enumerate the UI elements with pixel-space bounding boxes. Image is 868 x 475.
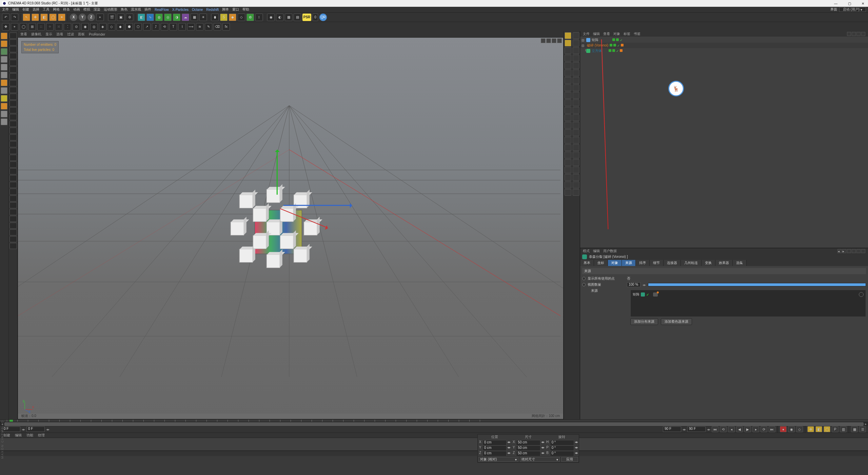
object-label[interactable]: 破碎 (Voronoi) (587, 43, 608, 48)
side-tool-icon[interactable] (573, 122, 579, 129)
side-tool-icon[interactable] (573, 152, 579, 158)
snap-icon[interactable] (9, 202, 17, 208)
snap-icon[interactable] (9, 100, 17, 107)
tool-icon[interactable]: ⌖ (11, 23, 18, 31)
plugin1-icon[interactable]: ◆ (229, 14, 236, 21)
coord-pos-field[interactable]: 0 cm (482, 451, 507, 456)
menu-item[interactable]: 运动图形 (104, 7, 117, 12)
viewport-menu-item[interactable]: 选项 (56, 32, 63, 37)
spline-button[interactable]: ∿ (146, 14, 154, 21)
menu-item[interactable]: 模拟 (83, 7, 90, 12)
menu-item[interactable]: RealFlow (155, 8, 169, 12)
coord-size-field[interactable]: 50 cm (516, 440, 540, 445)
side-tool-icon[interactable] (565, 84, 571, 91)
side-tool-icon[interactable] (565, 182, 571, 188)
record-button[interactable]: ● (780, 426, 787, 432)
tool-icon[interactable]: ⟲ (161, 23, 168, 31)
last-tool[interactable]: ✦ (58, 14, 65, 21)
tool-icon[interactable]: ◈ (99, 23, 106, 31)
snap-icon[interactable] (9, 46, 17, 52)
om-menu-item[interactable]: 文件 (583, 32, 590, 36)
plugin5-icon[interactable]: ◉ (267, 14, 275, 21)
menu-item[interactable]: 帮助 (242, 7, 249, 12)
rotate-tool[interactable]: ◯ (49, 14, 57, 21)
snap-icon[interactable] (9, 236, 17, 242)
menu-item[interactable]: 创建 (22, 7, 29, 12)
axis-y-toggle[interactable]: Y (79, 14, 86, 21)
object-label[interactable]: 立方体 (592, 49, 602, 53)
undo-button[interactable]: ↶ (2, 14, 9, 21)
snap-icon[interactable] (9, 128, 17, 134)
perspective-viewport[interactable]: Number of emitters: 0 Total live particl… (18, 37, 564, 419)
visibility-render-icon[interactable] (613, 44, 616, 46)
side-tool-icon[interactable] (565, 92, 571, 99)
object-label[interactable]: 矩阵 (592, 38, 598, 42)
side-tool-icon[interactable] (573, 62, 579, 69)
mode-icon[interactable] (1, 64, 7, 71)
side-tool-icon[interactable] (565, 114, 571, 121)
tool-icon[interactable]: T (170, 23, 177, 31)
coord-system-button[interactable]: ⌖ (96, 14, 104, 21)
viewport-menu-item[interactable]: 查看 (20, 32, 27, 37)
om-icon1[interactable] (847, 32, 851, 36)
tool-icon[interactable]: ∷ (37, 23, 45, 31)
om-menu-item[interactable]: 编辑 (593, 32, 600, 36)
axis-x-toggle[interactable]: X (70, 14, 77, 21)
coord-size-field[interactable]: 50 cm (516, 451, 540, 456)
plugin7-icon[interactable]: ▩ (285, 14, 292, 21)
tool-icon[interactable]: ⁙ (55, 23, 62, 31)
snap-icon[interactable] (9, 60, 17, 66)
tag-icon[interactable] (621, 44, 624, 46)
select-tool[interactable]: ↖ (23, 14, 30, 21)
timeline-scrollbar[interactable]: ◂ ▸ (0, 422, 868, 426)
tool-icon[interactable]: ≋ (196, 23, 203, 31)
om-menu-item[interactable]: 对象 (613, 32, 620, 36)
tool-icon[interactable]: ⬢ (125, 23, 133, 31)
menu-item[interactable]: 流水线 (131, 7, 141, 12)
coord-pos-field[interactable]: 0 cm (482, 440, 507, 445)
snap-icon[interactable] (9, 87, 17, 93)
tree-row[interactable]: ⊟ 破碎 (Voronoi) ✓ (580, 43, 868, 48)
side-tool-icon[interactable] (565, 62, 571, 69)
attribute-tab[interactable]: 对象 (608, 260, 622, 266)
tool-icon[interactable]: ⊙ (73, 23, 80, 31)
timeline-playhead[interactable] (9, 420, 13, 422)
coord-apply-button[interactable]: 应用 (561, 457, 578, 462)
snap-icon[interactable] (9, 175, 17, 181)
attribute-tab[interactable]: 排序 (636, 260, 650, 266)
snap-icon[interactable] (9, 39, 17, 45)
mode-icon[interactable] (1, 87, 7, 94)
tool-icon[interactable]: ◎ (90, 23, 98, 31)
tool-icon[interactable]: ⁘ (46, 23, 54, 31)
viewport-menu-item[interactable]: 摄像机 (31, 32, 41, 37)
expand-icon[interactable]: ⊟ (581, 38, 585, 42)
mode-icon[interactable] (1, 40, 7, 47)
add-shader-button[interactable]: 添加着色器来源 (661, 318, 692, 325)
snap-icon[interactable] (9, 141, 17, 147)
side-tool-icon[interactable] (573, 84, 579, 91)
attribute-tab[interactable]: 效果器 (715, 260, 733, 266)
am-icon1[interactable] (847, 249, 851, 253)
menu-item[interactable]: 角色 (121, 7, 127, 12)
attribute-tab[interactable]: 几何粘连 (681, 260, 702, 266)
side-tool-icon[interactable] (573, 174, 579, 181)
side-tool-icon[interactable] (565, 77, 571, 84)
material-menu-item[interactable]: 创建 (3, 433, 10, 438)
attribute-tab[interactable]: 选集 (733, 260, 747, 266)
menu-item[interactable]: 渲染 (94, 7, 100, 12)
snap-icon[interactable] (9, 155, 17, 161)
side-tool-icon[interactable] (565, 107, 571, 114)
side-tool-icon[interactable] (565, 70, 571, 76)
am-nav-next-icon[interactable]: ▸ (842, 249, 846, 253)
render-view-button[interactable]: 🎬 (108, 14, 116, 21)
side-tool-icon[interactable] (565, 122, 571, 129)
side-tool-icon[interactable] (573, 107, 579, 114)
attribute-tab[interactable]: 来源 (622, 260, 636, 266)
side-tool-icon[interactable] (573, 189, 579, 196)
menu-item[interactable]: X-Particles (172, 8, 189, 12)
side-tool-icon[interactable] (573, 40, 579, 46)
coord-rot-field[interactable]: 0 ° (550, 445, 574, 451)
snap-icon[interactable] (9, 223, 17, 229)
visibility-editor-icon[interactable] (610, 44, 612, 46)
mode-icon[interactable] (1, 72, 7, 78)
